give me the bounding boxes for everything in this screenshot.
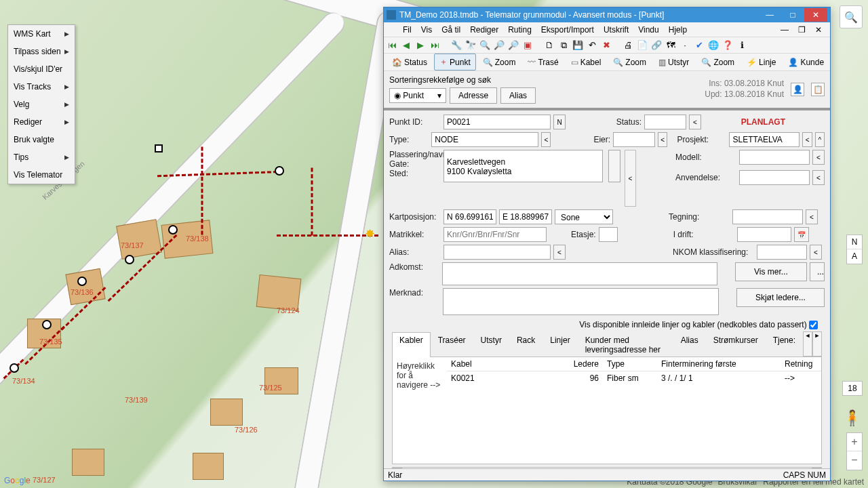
nav-first-icon[interactable]: ⏮ bbox=[387, 40, 397, 51]
alias-button[interactable]: Alias bbox=[500, 87, 536, 104]
zoom-in-icon[interactable]: 🔎 bbox=[508, 40, 519, 51]
globe-icon[interactable]: 🌐 bbox=[708, 40, 719, 51]
detail-tab[interactable]: Rack bbox=[509, 332, 542, 357]
idrift-input[interactable] bbox=[737, 227, 791, 242]
n-button[interactable]: N bbox=[553, 115, 566, 129]
view-tab-zoom[interactable]: 🔍Zoom bbox=[696, 55, 740, 70]
pegman-icon[interactable]: 🧍 bbox=[843, 409, 861, 427]
detail-tab[interactable]: Strømkurser bbox=[706, 332, 766, 357]
delete-icon[interactable]: ✖ bbox=[601, 40, 612, 51]
adkomst-input[interactable] bbox=[442, 262, 717, 285]
menu-item[interactable]: Vis Tracks▶ bbox=[8, 78, 75, 96]
vis-mer-more[interactable]: ... bbox=[810, 262, 825, 281]
grid-h-scrollbar[interactable]: ◄ ► bbox=[392, 467, 822, 468]
alias-input[interactable] bbox=[443, 245, 551, 260]
detail-tab[interactable]: Kabler bbox=[392, 332, 431, 357]
map-burst-icon[interactable]: ✸ bbox=[365, 226, 375, 241]
col-kabel[interactable]: Kabel bbox=[447, 357, 569, 371]
view-tab-trasé[interactable]: 〰Trasé bbox=[522, 55, 564, 70]
view-tab-kabel[interactable]: ▭Kabel bbox=[566, 55, 607, 70]
zoom-in-button[interactable]: + bbox=[847, 433, 862, 451]
menu-item[interactable]: Velg▶ bbox=[8, 96, 75, 113]
plass-scroll[interactable] bbox=[608, 150, 620, 182]
idrift-cal-icon[interactable]: 📅 bbox=[794, 227, 809, 242]
map-node-star[interactable] bbox=[125, 255, 134, 264]
sone-select[interactable]: Sone bbox=[555, 209, 613, 224]
detail-tab[interactable]: Alias bbox=[673, 332, 706, 357]
tabs-scroll[interactable]: ◄► bbox=[803, 331, 822, 357]
detail-tab[interactable]: Linjer bbox=[542, 332, 577, 357]
view-tab-zoom[interactable]: 🔍Zoom bbox=[477, 55, 521, 70]
detail-tab[interactable]: Tjene: bbox=[766, 332, 803, 357]
detail-tab[interactable]: Traséer bbox=[431, 332, 473, 357]
menu-item[interactable]: Vis/skjul ID'er bbox=[8, 60, 75, 78]
punkt-id-input[interactable] bbox=[443, 115, 551, 129]
nkom-lt[interactable]: < bbox=[810, 245, 822, 260]
table-row[interactable]: K0021 96 Fiber sm 3 /. / 1/ 1 --> bbox=[447, 371, 821, 386]
binoculars-icon[interactable]: 🔭 bbox=[465, 40, 476, 51]
close-button[interactable]: ✕ bbox=[804, 8, 827, 22]
eier-input[interactable] bbox=[613, 132, 655, 147]
na-toggle[interactable]: N A bbox=[846, 235, 863, 264]
menu-item[interactable]: Vis Telemator bbox=[8, 166, 75, 184]
menu-vindu[interactable]: Vindu bbox=[634, 24, 663, 36]
view-tab-status[interactable]: 🏠Status bbox=[387, 55, 433, 70]
help-icon[interactable]: ❓ bbox=[722, 40, 733, 51]
menu-item[interactable]: Tips▶ bbox=[8, 148, 75, 166]
select-icon[interactable]: ▣ bbox=[522, 40, 533, 51]
info-icon[interactable]: ℹ bbox=[736, 40, 747, 51]
sort-mode-combo[interactable]: ◉ Punkt▾ bbox=[389, 88, 446, 103]
menu-ruting[interactable]: Ruting bbox=[504, 24, 536, 36]
menu-eksport/import[interactable]: Eksport/Import bbox=[537, 24, 598, 36]
nav-last-icon[interactable]: ⏭ bbox=[429, 40, 440, 51]
titlebar[interactable]: TM_Demo 2018.tmdb - Telemator grunnmodul… bbox=[384, 7, 830, 22]
nav-prev-icon[interactable]: ◀ bbox=[401, 40, 412, 51]
prosjekt-lt[interactable]: < bbox=[802, 132, 812, 147]
user-map-icon[interactable]: 👤 bbox=[791, 83, 804, 96]
detail-tab[interactable]: Utstyr bbox=[473, 332, 509, 357]
dispo-checkbox[interactable] bbox=[809, 321, 818, 329]
view-tab-kunde[interactable]: 👤Kunde bbox=[783, 55, 829, 70]
copy-icon[interactable]: ⧉ bbox=[558, 40, 569, 51]
nkom-input[interactable] bbox=[757, 245, 807, 260]
col-retn[interactable]: Retning bbox=[781, 357, 821, 371]
etasje-input[interactable] bbox=[599, 227, 618, 242]
adresse-button[interactable]: Adresse bbox=[450, 87, 497, 104]
undo-icon[interactable]: ↶ bbox=[587, 40, 597, 51]
print-icon[interactable]: 🖨 bbox=[623, 40, 633, 51]
kart-e-input[interactable] bbox=[499, 209, 552, 224]
alias-lt[interactable]: < bbox=[553, 245, 566, 260]
map-node-star[interactable] bbox=[42, 320, 52, 329]
save-icon[interactable]: 💾 bbox=[572, 40, 583, 51]
anv-lt[interactable]: < bbox=[812, 170, 825, 185]
map-icon[interactable]: 🗺 bbox=[665, 40, 676, 51]
modell-lt[interactable]: < bbox=[812, 150, 825, 165]
plassering-box[interactable]: Karveslettvegen 9100 Kvaløysletta bbox=[443, 150, 603, 182]
map-node-star[interactable] bbox=[77, 277, 87, 286]
zoom-out-button[interactable]: − bbox=[847, 451, 862, 470]
map-node-star[interactable] bbox=[9, 363, 19, 373]
type-lt[interactable]: < bbox=[541, 132, 551, 147]
scroll-right[interactable]: ► bbox=[812, 468, 821, 468]
matr-input[interactable] bbox=[443, 227, 547, 242]
view-tab-zoom[interactable]: 🔍Zoom bbox=[608, 55, 652, 70]
check-icon[interactable]: ✔ bbox=[694, 40, 705, 51]
col-ledere[interactable]: Ledere bbox=[569, 357, 603, 371]
menu-gå til[interactable]: Gå til bbox=[437, 24, 465, 36]
menu-vis[interactable]: Vis bbox=[417, 24, 436, 36]
big-lt[interactable]: < bbox=[625, 150, 636, 207]
modell-input[interactable] bbox=[739, 150, 810, 165]
prosjekt-up[interactable]: ^ bbox=[815, 132, 825, 147]
menu-item[interactable]: Tilpass siden▶ bbox=[8, 43, 75, 60]
maximize-button[interactable]: □ bbox=[781, 8, 804, 22]
preview-icon[interactable]: 📄 bbox=[637, 40, 648, 51]
merknad-input[interactable] bbox=[443, 288, 719, 315]
kart-n-input[interactable] bbox=[443, 209, 496, 224]
type-input[interactable] bbox=[431, 132, 538, 147]
tegn-lt[interactable]: < bbox=[806, 209, 818, 224]
map-node-star[interactable] bbox=[168, 225, 178, 235]
skjot-button[interactable]: Skjøt ledere... bbox=[736, 288, 825, 307]
zoom-control[interactable]: + − bbox=[846, 432, 863, 470]
mdi-controls[interactable]: —❐✕ bbox=[776, 24, 826, 36]
menu-item[interactable]: Bruk valgte bbox=[8, 131, 75, 148]
